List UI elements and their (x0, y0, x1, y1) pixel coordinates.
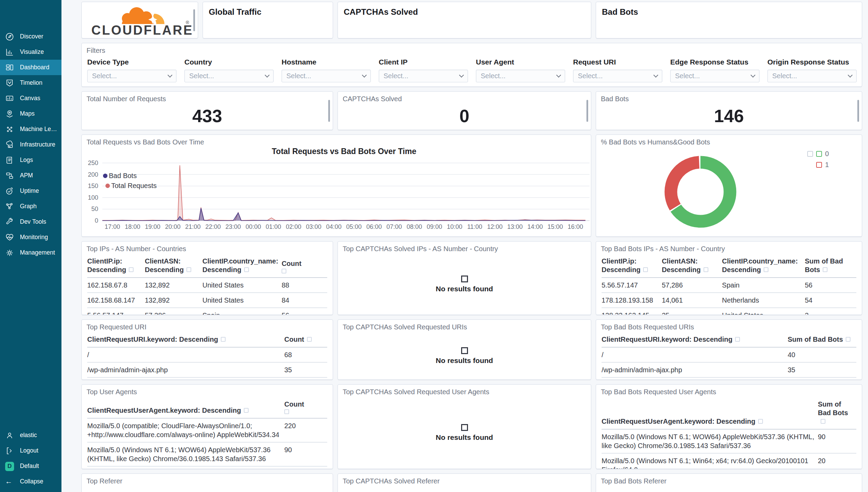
sidebar-item-logs[interactable]: Logs (0, 152, 61, 168)
sort-icon (186, 267, 191, 272)
sidebar-item-label: Monitoring (20, 234, 48, 241)
sidebar-item-default-space[interactable]: D Default (0, 458, 61, 474)
column-header[interactable]: ClientIP.country_name: Descending (203, 255, 282, 278)
sort-icon (821, 419, 825, 424)
column-header[interactable]: ClientIP.country_name: Descending (722, 255, 805, 278)
chart-legend: Bad Bots Total Requests (103, 172, 157, 192)
table-row: /40 (602, 347, 856, 362)
column-header[interactable]: ClientRequestURI.keyword: Descending (87, 333, 284, 347)
column-header[interactable]: Sum of Bad Bots (818, 398, 856, 429)
column-header[interactable]: ClientASN: Descending (662, 255, 722, 278)
sidebar-item-user[interactable]: elastic (0, 427, 61, 443)
sidebar-item-uptime[interactable]: Uptime (0, 183, 61, 199)
metric-title: Bad Bots (596, 92, 862, 105)
table-panel-title: Top CAPTCHAs Solved IPs - AS Number - Co… (338, 242, 591, 255)
panel-scrollbar[interactable] (193, 9, 195, 31)
no-results-message: No results found (338, 254, 591, 315)
legend-item[interactable]: Total Requests (105, 182, 157, 190)
column-header[interactable]: ClientRequestURI.keyword: Descending (602, 333, 788, 347)
sort-icon (221, 337, 226, 342)
panel-scrollbar[interactable] (328, 100, 330, 122)
edge-response-status-select[interactable]: Select... (670, 70, 760, 82)
table-panel-title: Top User Agents (82, 385, 333, 398)
sidebar-item-logout[interactable]: Logout (0, 443, 61, 458)
legend-item[interactable]: Bad Bots (103, 172, 157, 180)
captchas-solved-header-panel: CAPTCHAs Solved (338, 2, 591, 38)
total-requests-metric-panel: Total Number of Requests 433 (81, 91, 333, 130)
device-type-select[interactable]: Select... (87, 70, 176, 82)
panel-scrollbar[interactable] (857, 100, 859, 122)
graph-icon (5, 202, 14, 211)
uptime-icon (5, 187, 14, 196)
no-results-icon (461, 424, 468, 431)
svg-text:18:00: 18:00 (125, 223, 140, 230)
select-placeholder: Select... (772, 72, 797, 80)
sidebar-item-monitoring[interactable]: Monitoring (0, 230, 61, 245)
metric-value: 0 (338, 106, 591, 130)
sidebar-item-apm[interactable]: APM (0, 168, 61, 183)
sidebar-item-timelion[interactable]: Timelion (0, 75, 61, 91)
top-requested-uri-panel: Top Requested URI ClientRequestURI.keywo… (81, 319, 333, 380)
user-agent-select[interactable]: Select... (476, 70, 565, 82)
sidebar-item-visualize[interactable]: Visualize (0, 44, 61, 60)
svg-text:Total Requests vs Bad Bots Ove: Total Requests vs Bad Bots Over Time (272, 147, 416, 156)
column-header[interactable]: Sum of Bad Bots (788, 333, 856, 347)
hostname-select[interactable]: Select... (282, 70, 371, 82)
client-ip-select[interactable]: Select... (379, 70, 468, 82)
top-bad-bots-referer-panel: Top Bad Bots Referer Sum of Bad Bots (596, 473, 862, 492)
table-row: 5.56.57.14757,286Spain56 (87, 308, 327, 315)
panel-scrollbar[interactable] (586, 100, 588, 122)
column-header[interactable]: Count (284, 398, 327, 418)
requests-vs-bad-bots-chart-panel: Total Requests vs Bad Bots Over Time 050… (81, 134, 591, 237)
user-icon (5, 431, 14, 440)
column-header[interactable]: Count (282, 255, 327, 278)
top-captcha-user-agents-panel: Top CAPTCHAs Solved Requested User Agent… (338, 384, 591, 469)
svg-text:200: 200 (88, 171, 98, 178)
column-header[interactable]: ClientIP.ip: Descending (602, 255, 662, 278)
line-chart[interactable]: 05010015020025017:0018:0019:0020:0021:00… (82, 135, 591, 236)
sidebar-item-label: Discover (20, 33, 43, 40)
sort-icon (704, 267, 708, 272)
infrastructure-icon (5, 140, 14, 149)
sidebar-item-discover[interactable]: Discover (0, 29, 61, 44)
legend-checkbox-icon (807, 151, 813, 157)
column-header[interactable]: ClientASN: Descending (145, 255, 203, 278)
filter-device-type: Device Type Select... (87, 58, 176, 82)
section-heading: Bad Bots (596, 2, 862, 22)
svg-text:13:00: 13:00 (507, 223, 523, 230)
table-panel-title: Top Bad Bots Referer (596, 474, 862, 487)
legend-item[interactable]: 0 (804, 150, 829, 158)
chevron-down-icon (556, 73, 561, 78)
sidebar-item-dashboard[interactable]: Dashboard (0, 60, 61, 75)
dashboard-content: CLOUDFLARE ® Global Traffic CAPTCHAs Sol… (61, 0, 868, 492)
column-header[interactable]: Count (284, 333, 327, 347)
sort-icon (735, 337, 740, 342)
column-header[interactable]: Sum of Bad Bots (805, 255, 856, 278)
sidebar-item-infrastructure[interactable]: Infrastructure (0, 137, 61, 152)
request-uri-select[interactable]: Select... (573, 70, 662, 82)
top-bad-bots-user-agents-table: ClientRequestUserAgent.keyword: Descendi… (602, 398, 856, 469)
sidebar-item-graph[interactable]: Graph (0, 199, 61, 214)
column-header[interactable]: ClientRequestUserAgent.keyword: Descendi… (87, 398, 284, 418)
sidebar-item-collapse[interactable]: ← Collapse (0, 474, 61, 489)
select-placeholder: Select... (578, 72, 603, 80)
svg-text:07:00: 07:00 (387, 223, 402, 230)
svg-text:20:00: 20:00 (165, 223, 181, 230)
column-header[interactable]: ClientIP.ip: Descending (87, 255, 145, 278)
table-panel-title: Top CAPTCHAs Solved Referer (338, 474, 591, 487)
sidebar-item-machine-learning[interactable]: Machine Le… (0, 121, 61, 137)
sidebar-item-management[interactable]: Management (0, 245, 61, 260)
svg-text:08:00: 08:00 (407, 223, 422, 230)
sidebar-item-canvas[interactable]: Canvas (0, 91, 61, 106)
bad-bots-donut-panel: % Bad Bots vs Humans&Good Bots 0 1 (596, 134, 862, 237)
heartbeat-icon (5, 233, 14, 242)
select-placeholder: Select... (481, 72, 505, 80)
country-select[interactable]: Select... (184, 70, 274, 82)
origin-response-status-select[interactable]: Select... (767, 70, 857, 82)
sort-icon (758, 419, 763, 424)
column-header[interactable]: ClientRequestUserAgent.keyword: Descendi… (602, 398, 818, 429)
sidebar-item-label: Uptime (20, 187, 39, 195)
legend-item[interactable]: 1 (804, 161, 829, 169)
sidebar-item-maps[interactable]: Maps (0, 106, 61, 121)
sidebar-item-dev-tools[interactable]: Dev Tools (0, 214, 61, 230)
